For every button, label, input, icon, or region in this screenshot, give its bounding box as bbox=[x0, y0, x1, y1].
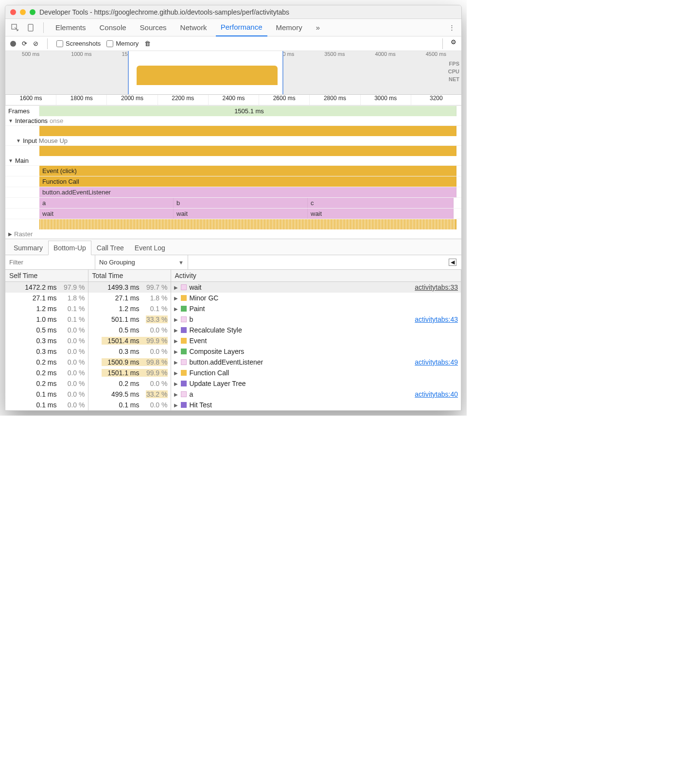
window-title: Developer Tools - https://googlechrome.g… bbox=[39, 8, 289, 16]
input-header[interactable]: ▼Input Mouse Up bbox=[5, 136, 461, 145]
table-row[interactable]: 0.1 ms0.0 %499.5 ms33.2 %▶aactivitytabs:… bbox=[5, 389, 461, 400]
overview-tick: 500 ms bbox=[5, 51, 56, 59]
table-row[interactable]: 27.1 ms1.8 %27.1 ms1.8 %▶Minor GC bbox=[5, 293, 461, 303]
wait-bar-3[interactable]: wait bbox=[308, 209, 454, 219]
ruler-tick: 1600 ms bbox=[5, 95, 56, 105]
separator bbox=[47, 38, 48, 49]
col-activity[interactable]: Activity bbox=[171, 270, 461, 282]
activity-name: Composite Layers bbox=[190, 348, 245, 355]
screenshots-toggle[interactable]: Screenshots bbox=[56, 40, 101, 47]
overview-tick: 4500 ms bbox=[411, 51, 461, 59]
kebab-icon[interactable]: ⋮ bbox=[446, 22, 457, 34]
raster-header[interactable]: ▶Raster bbox=[5, 229, 461, 239]
wait-bar-2[interactable]: wait bbox=[174, 209, 308, 219]
zoom-icon[interactable] bbox=[30, 9, 35, 15]
chevron-down-icon: ▼ bbox=[178, 260, 184, 265]
tab-console[interactable]: Console bbox=[95, 19, 131, 36]
table-row[interactable]: 1472.2 ms97.9 %1499.3 ms99.7 %▶waitactiv… bbox=[5, 282, 461, 293]
striped-bar[interactable] bbox=[39, 219, 456, 229]
table-row[interactable]: 0.1 ms0.0 %0.1 ms0.0 %▶Hit Test bbox=[5, 400, 461, 410]
table-row[interactable]: 0.2 ms0.0 %0.2 ms0.0 %▶Update Layer Tree bbox=[5, 378, 461, 389]
table-row[interactable]: 0.3 ms0.0 %1501.4 ms99.9 %▶Event bbox=[5, 335, 461, 346]
tab-event-log[interactable]: Event Log bbox=[129, 241, 171, 255]
main-header[interactable]: ▼Main bbox=[5, 156, 461, 165]
gear-icon[interactable]: ⚙ bbox=[451, 38, 456, 49]
memory-toggle[interactable]: Memory bbox=[106, 40, 139, 47]
minimize-icon[interactable] bbox=[20, 9, 26, 15]
titlebar: Developer Tools - https://googlechrome.g… bbox=[5, 5, 461, 19]
activity-swatch bbox=[181, 295, 187, 301]
tab-elements[interactable]: Elements bbox=[51, 19, 91, 36]
col-self-time[interactable]: Self Time bbox=[5, 270, 88, 282]
tab-bottom-up[interactable]: Bottom-Up bbox=[48, 241, 91, 255]
timeline-ruler[interactable]: 1600 ms1800 ms2000 ms2200 ms2400 ms2600 … bbox=[5, 95, 461, 105]
table-row[interactable]: 0.3 ms0.0 %0.3 ms0.0 %▶Composite Layers bbox=[5, 346, 461, 357]
grouping-label: No Grouping bbox=[99, 259, 135, 266]
input-bar[interactable] bbox=[39, 146, 456, 156]
activity-name: Paint bbox=[190, 305, 205, 313]
function-call-bar[interactable]: Function Call bbox=[39, 176, 456, 187]
tab-network[interactable]: Network bbox=[175, 19, 212, 36]
fn-c-bar[interactable]: c bbox=[308, 198, 454, 208]
wait-bar-1[interactable]: wait bbox=[39, 209, 174, 219]
activity-name: Minor GC bbox=[190, 294, 219, 302]
net-label: NET bbox=[448, 75, 459, 83]
activity-name: Recalculate Style bbox=[190, 326, 242, 334]
reload-icon[interactable]: ⟳ bbox=[22, 40, 27, 47]
table-row[interactable]: 0.2 ms0.0 %1501.1 ms99.9 %▶Function Call bbox=[5, 367, 461, 378]
activity-swatch bbox=[181, 316, 187, 322]
frames-label: Frames bbox=[5, 106, 39, 116]
interaction-bar[interactable] bbox=[39, 126, 456, 136]
activity-swatch bbox=[181, 349, 187, 354]
source-link[interactable]: activitytabs:40 bbox=[415, 390, 458, 398]
window-controls bbox=[10, 9, 35, 15]
grouping-select[interactable]: No Grouping ▼ bbox=[95, 259, 188, 266]
table-row[interactable]: 0.5 ms0.0 %0.5 ms0.0 %▶Recalculate Style bbox=[5, 325, 461, 335]
ruler-tick: 3000 ms bbox=[360, 95, 411, 105]
table-row[interactable]: 0.2 ms0.0 %1500.9 ms99.8 %▶button.addEve… bbox=[5, 357, 461, 367]
ruler-tick: 2800 ms bbox=[309, 95, 360, 105]
source-link[interactable]: activitytabs:49 bbox=[415, 358, 458, 366]
fn-a-bar[interactable]: a bbox=[39, 198, 174, 208]
activity-swatch bbox=[181, 338, 187, 344]
overview-tick: 4000 ms bbox=[360, 51, 411, 59]
inspect-icon[interactable] bbox=[9, 22, 21, 34]
activity-swatch bbox=[181, 327, 187, 333]
activity-swatch bbox=[181, 359, 187, 365]
device-icon[interactable] bbox=[25, 22, 36, 34]
activity-swatch bbox=[181, 284, 187, 290]
listener-bar[interactable]: button.addEventListener bbox=[39, 187, 456, 197]
trash-icon[interactable]: 🗑 bbox=[144, 40, 151, 47]
flame-chart[interactable]: Frames 1505.1 ms ▼Interactions onse ▼Inp… bbox=[5, 105, 461, 239]
panel-tabs: Elements Console Sources Network Perform… bbox=[5, 19, 461, 36]
overview-tick: 3500 ms bbox=[309, 51, 360, 59]
overview-strip[interactable]: 500 ms1000 ms1500 ms2000 ms2500 ms3000 m… bbox=[5, 51, 461, 95]
col-total-time[interactable]: Total Time bbox=[88, 270, 171, 282]
source-link[interactable]: activitytabs:33 bbox=[415, 283, 458, 291]
clear-icon[interactable]: ⊘ bbox=[33, 40, 38, 47]
table-row[interactable]: 1.2 ms0.1 %1.2 ms0.1 %▶Paint bbox=[5, 303, 461, 314]
collapse-icon[interactable]: ◀ bbox=[449, 259, 456, 266]
perf-toolbar: ⟳ ⊘ Screenshots Memory 🗑 ⚙ bbox=[5, 36, 461, 51]
frame-bar[interactable]: 1505.1 ms bbox=[39, 106, 456, 116]
chevron-down-icon: ▼ bbox=[16, 138, 21, 143]
source-link[interactable]: activitytabs:43 bbox=[415, 315, 458, 323]
event-click-bar[interactable]: Event (click) bbox=[39, 166, 456, 176]
record-button[interactable] bbox=[10, 41, 16, 47]
chevron-right-icon: ▶ bbox=[174, 370, 178, 376]
interactions-header[interactable]: ▼Interactions onse bbox=[5, 116, 461, 125]
tab-summary[interactable]: Summary bbox=[8, 241, 48, 255]
main-label: Main bbox=[15, 157, 29, 164]
fn-b-bar[interactable]: b bbox=[174, 198, 308, 208]
tab-performance[interactable]: Performance bbox=[216, 19, 267, 36]
tab-sources[interactable]: Sources bbox=[135, 19, 172, 36]
ruler-tick: 2000 ms bbox=[106, 95, 157, 105]
table-row[interactable]: 1.0 ms0.1 %501.1 ms33.3 %▶bactivitytabs:… bbox=[5, 314, 461, 325]
tab-call-tree[interactable]: Call Tree bbox=[91, 241, 129, 255]
close-icon[interactable] bbox=[10, 9, 16, 15]
filter-input[interactable] bbox=[5, 255, 95, 269]
overview-labels: FPS CPU NET bbox=[448, 60, 459, 83]
input-label: Input bbox=[23, 137, 37, 144]
tab-more[interactable]: » bbox=[311, 19, 325, 36]
tab-memory[interactable]: Memory bbox=[271, 19, 307, 36]
